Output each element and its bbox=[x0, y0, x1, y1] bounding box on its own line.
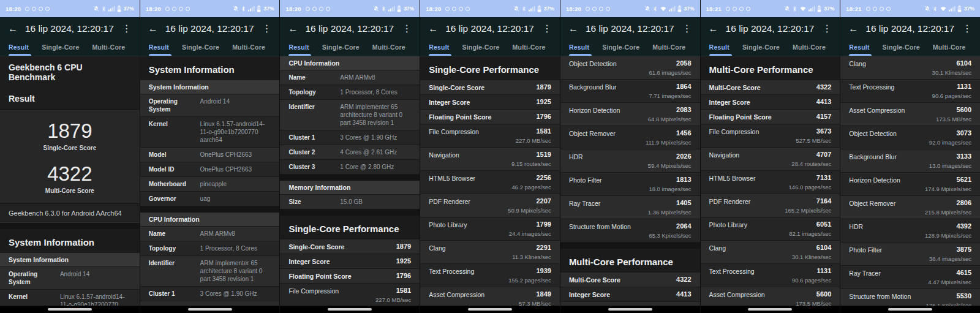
row-score: 7164 bbox=[785, 197, 831, 205]
row-score-wrap: 313313.0 images/sec bbox=[929, 153, 971, 169]
notification-icon bbox=[592, 7, 597, 11]
content-scroll[interactable]: Clang610430.1 Klines/secText Processing1… bbox=[840, 56, 980, 313]
back-icon[interactable]: ← bbox=[424, 20, 442, 38]
overflow-menu-icon[interactable]: ⋮ bbox=[538, 20, 556, 38]
table-row: Governoruag bbox=[140, 192, 280, 206]
row-score: 2207 bbox=[508, 197, 551, 205]
content-scroll[interactable]: System InformationSystem InformationOper… bbox=[140, 56, 280, 313]
table-row: Topology1 Processor, 8 Cores bbox=[280, 85, 420, 100]
battery-icon bbox=[257, 6, 261, 12]
row-score-wrap: 1939155.2 pages/sec bbox=[508, 267, 551, 284]
tab-multi-core[interactable]: Multi-Core bbox=[652, 43, 685, 56]
content-scroll[interactable]: Object Detection205861.6 images/secBackg… bbox=[560, 56, 700, 313]
status-time: 18:20 bbox=[6, 6, 21, 12]
battery-icon bbox=[957, 6, 962, 12]
gesture-handle[interactable] bbox=[188, 308, 232, 311]
gesture-handle[interactable] bbox=[748, 308, 792, 311]
tab-single-core[interactable]: Single-Core bbox=[182, 43, 219, 56]
back-icon[interactable]: ← bbox=[564, 20, 582, 38]
battery-percent: 37% bbox=[263, 6, 274, 12]
row-score-wrap: 1879 bbox=[536, 83, 551, 91]
tab-multi-core[interactable]: Multi-Core bbox=[933, 43, 966, 56]
row-throughput: 527.5 MB/sec bbox=[796, 137, 831, 144]
workload-row: Horizon Detection208364.8 Mpixels/sec bbox=[560, 103, 700, 126]
status-time: 18:21 bbox=[846, 6, 861, 12]
overflow-menu-icon[interactable]: ⋮ bbox=[958, 20, 976, 38]
status-left: 18:21 bbox=[706, 6, 750, 12]
gesture-handle[interactable] bbox=[328, 308, 372, 311]
content-scroll[interactable]: Single-Core PerformanceSingle-Core Score… bbox=[420, 56, 560, 313]
table-row: Cluster 13 Cores @ 1.90 GHz bbox=[280, 130, 420, 145]
content-scroll[interactable]: Geekbench 6 CPU BenchmarkResult1879Singl… bbox=[0, 56, 140, 313]
row-label: HTML5 Browser bbox=[429, 174, 475, 182]
content-scroll[interactable]: Multi-Core PerformanceMulti-Core Score43… bbox=[701, 56, 840, 313]
score-value: 1879 bbox=[0, 120, 140, 143]
status-time: 18:20 bbox=[566, 6, 581, 12]
tab-multi-core[interactable]: Multi-Core bbox=[92, 43, 125, 56]
tab-single-core[interactable]: Single-Core bbox=[602, 43, 639, 56]
gesture-handle[interactable] bbox=[888, 308, 932, 311]
row-score-wrap: 205861.6 images/sec bbox=[649, 59, 691, 76]
back-icon[interactable]: ← bbox=[844, 20, 862, 38]
row-score-wrap: 113190.6 pages/sec bbox=[792, 267, 831, 284]
row-label: Background Blur bbox=[569, 83, 617, 91]
row-score: 5600 bbox=[796, 290, 831, 298]
gesture-handle[interactable] bbox=[468, 308, 512, 311]
row-score-wrap: 15199.15 routes/sec bbox=[511, 151, 551, 167]
overflow-menu-icon[interactable]: ⋮ bbox=[118, 20, 136, 38]
row-value: ARM ARMv8 bbox=[340, 74, 411, 81]
benchmark-score-row: Integer Score1925 bbox=[420, 95, 560, 110]
notification-icon bbox=[880, 7, 884, 11]
table-row: Motherboardpineapple bbox=[140, 177, 280, 192]
row-throughput: 174.9 Mpixels/sec bbox=[925, 186, 971, 192]
overflow-menu-icon[interactable]: ⋮ bbox=[257, 20, 276, 38]
table-row: Operating SystemAndroid 14 bbox=[140, 94, 280, 117]
row-throughput: 13.0 images/sec bbox=[929, 162, 971, 169]
back-icon[interactable]: ← bbox=[704, 20, 723, 38]
row-label: Ray Tracer bbox=[569, 199, 600, 207]
info-table: System InformationOperating SystemAndroi… bbox=[0, 253, 140, 313]
row-value: ARM implementer 65 architecture 8 varian… bbox=[200, 259, 271, 283]
row-label: Structure from Motion bbox=[849, 292, 911, 300]
workload-row: Horizon Detection5621174.9 Mpixels/sec bbox=[840, 173, 980, 196]
active-tab-indicator bbox=[429, 54, 451, 56]
tab-multi-core[interactable]: Multi-Core bbox=[232, 43, 265, 56]
table-row: Model IDOnePlus CPH2663 bbox=[140, 162, 280, 177]
row-throughput: 4.47 Mpixels/sec bbox=[928, 279, 971, 285]
status-bar: 18:2037% bbox=[280, 0, 420, 17]
content-scroll[interactable]: CPU InformationNameARM ARMv8Topology1 Pr… bbox=[280, 56, 420, 313]
signal-icon bbox=[809, 6, 815, 12]
tab-single-core[interactable]: Single-Core bbox=[462, 43, 499, 56]
workload-row: Object Remover1456111.9 Mpixels/sec bbox=[560, 126, 700, 149]
page-title: 16 lip 2024, 12:20:17 bbox=[442, 23, 538, 34]
row-throughput: 128.9 Mpixels/sec bbox=[925, 232, 971, 239]
status-bar: 18:2137% bbox=[840, 0, 980, 17]
back-icon[interactable]: ← bbox=[284, 20, 302, 38]
overflow-menu-icon[interactable]: ⋮ bbox=[398, 20, 416, 38]
row-label: Photo Library bbox=[709, 221, 747, 228]
row-throughput: 90.6 pages/sec bbox=[792, 277, 831, 284]
tab-single-core[interactable]: Single-Core bbox=[742, 43, 780, 56]
tab-single-core[interactable]: Single-Core bbox=[42, 43, 79, 56]
row-throughput: 173.5 MB/sec bbox=[936, 116, 971, 123]
row-label: Multi-Core Score bbox=[569, 276, 620, 284]
row-score-wrap: 46154.47 Mpixels/sec bbox=[928, 269, 971, 285]
gesture-handle[interactable] bbox=[608, 308, 652, 311]
back-icon[interactable]: ← bbox=[144, 20, 162, 38]
status-left: 18:21 bbox=[846, 6, 890, 12]
active-tab-indicator bbox=[9, 54, 31, 56]
row-score: 3133 bbox=[929, 153, 971, 160]
gesture-handle[interactable] bbox=[48, 308, 92, 311]
row-throughput: 61.6 images/sec bbox=[649, 69, 691, 76]
back-icon[interactable]: ← bbox=[4, 20, 22, 38]
overflow-menu-icon[interactable]: ⋮ bbox=[818, 20, 836, 38]
tab-multi-core[interactable]: Multi-Core bbox=[793, 43, 826, 56]
tab-multi-core[interactable]: Multi-Core bbox=[372, 43, 405, 56]
row-label: Clang bbox=[429, 244, 445, 252]
tab-single-core[interactable]: Single-Core bbox=[322, 43, 360, 56]
tab-single-core[interactable]: Single-Core bbox=[883, 43, 920, 56]
row-score: 1131 bbox=[932, 83, 971, 90]
score-value: 4322 bbox=[0, 163, 140, 186]
overflow-menu-icon[interactable]: ⋮ bbox=[678, 20, 696, 38]
tab-multi-core[interactable]: Multi-Core bbox=[513, 43, 546, 56]
